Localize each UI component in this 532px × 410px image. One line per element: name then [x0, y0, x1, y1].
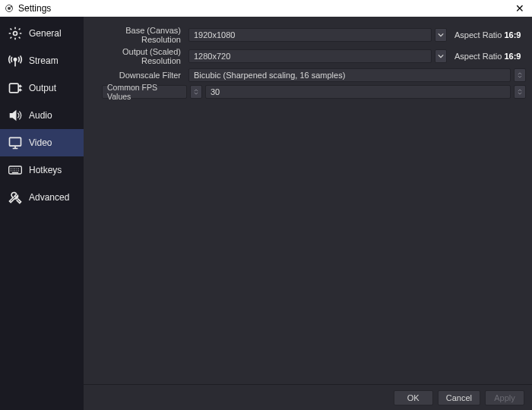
sidebar-item-label: Advanced [29, 192, 69, 203]
fps-mode-selector[interactable]: Common FPS Values [102, 85, 187, 99]
sidebar-item-label: General [29, 28, 62, 39]
sidebar-item-label: Audio [29, 110, 52, 121]
svg-point-2 [11, 5, 12, 7]
output-aspect-ratio: Aspect Ratio 16:9 [450, 52, 526, 61]
sidebar-item-label: Stream [29, 55, 59, 66]
settings-sidebar: General Stream Output Audio Video [0, 17, 84, 410]
output-resolution-combo[interactable]: 1280x720 [188, 49, 432, 63]
dialog-footer: OK Cancel Apply [84, 384, 532, 410]
svg-rect-5 [10, 84, 19, 93]
output-icon [8, 80, 23, 96]
app-icon [5, 4, 14, 13]
sidebar-item-audio[interactable]: Audio [0, 102, 84, 129]
fps-value-spinner[interactable] [514, 85, 526, 99]
output-resolution-value: 1280x720 [194, 52, 230, 61]
keyboard-icon [8, 162, 23, 178]
sidebar-item-video[interactable]: Video [0, 129, 84, 156]
sidebar-item-output[interactable]: Output [0, 74, 84, 102]
fps-mode-spinner[interactable] [190, 85, 202, 99]
base-resolution-dropdown[interactable] [435, 28, 447, 42]
svg-point-4 [14, 58, 16, 61]
tools-icon [8, 190, 23, 205]
downscale-filter-combo[interactable]: Bicubic (Sharpened scaling, 16 samples) [188, 68, 511, 82]
sidebar-item-label: Hotkeys [29, 165, 62, 175]
svg-point-1 [8, 7, 11, 10]
svg-point-3 [14, 32, 17, 36]
downscale-filter-spinner[interactable] [514, 68, 526, 82]
base-resolution-value: 1920x1080 [194, 30, 235, 39]
video-settings-pane: Base (Canvas) Resolution 1920x1080 Aspec… [84, 17, 532, 384]
output-resolution-label: Output (Scaled) Resolution [90, 47, 185, 65]
downscale-filter-label: Downscale Filter [90, 71, 185, 80]
sidebar-item-advanced[interactable]: Advanced [0, 184, 84, 211]
close-button[interactable]: ✕ [512, 2, 527, 14]
sidebar-item-general[interactable]: General [0, 20, 84, 47]
cancel-button[interactable]: Cancel [438, 390, 480, 405]
base-resolution-combo[interactable]: 1920x1080 [188, 28, 432, 42]
gear-icon [8, 26, 23, 41]
fps-value-combo[interactable]: 30 [205, 85, 511, 99]
sidebar-item-stream[interactable]: Stream [0, 47, 84, 74]
fps-mode-label: Common FPS Values [107, 83, 182, 101]
svg-rect-6 [10, 137, 21, 146]
base-resolution-label: Base (Canvas) Resolution [90, 26, 185, 44]
ok-button[interactable]: OK [394, 390, 433, 405]
broadcast-icon [8, 53, 23, 68]
base-aspect-ratio: Aspect Ratio 16:9 [450, 30, 526, 39]
title-bar: Settings ✕ [0, 0, 532, 17]
speaker-icon [8, 108, 23, 123]
sidebar-item-label: Output [29, 83, 56, 93]
monitor-icon [8, 135, 23, 150]
sidebar-item-hotkeys[interactable]: Hotkeys [0, 156, 84, 184]
window-title: Settings [18, 3, 51, 14]
downscale-filter-value: Bicubic (Sharpened scaling, 16 samples) [194, 71, 345, 80]
apply-button[interactable]: Apply [485, 390, 524, 405]
output-resolution-dropdown[interactable] [435, 49, 447, 63]
fps-value: 30 [211, 87, 220, 96]
sidebar-item-label: Video [29, 137, 52, 148]
